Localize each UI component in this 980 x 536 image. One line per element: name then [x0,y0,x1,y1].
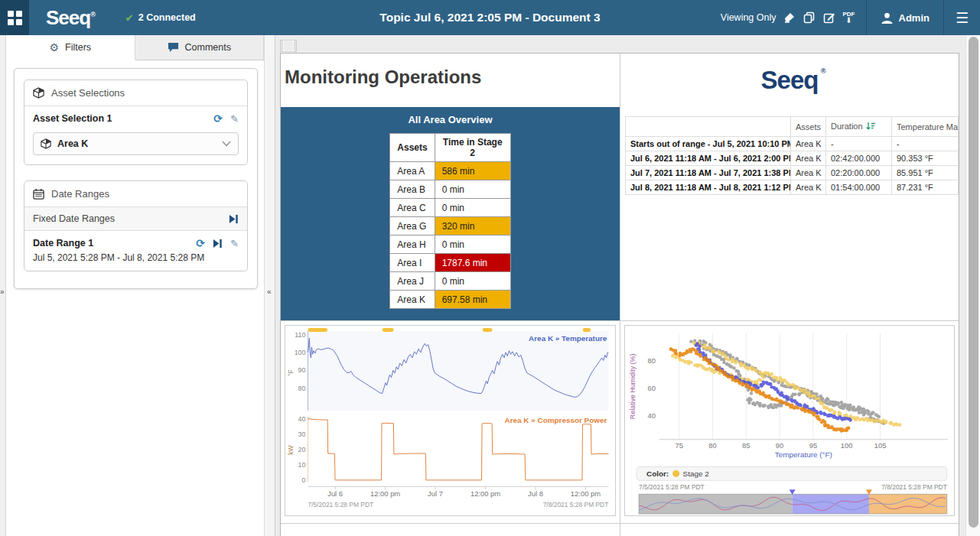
svg-text:Stage 2: Stage 2 [683,469,710,478]
svg-text:°F: °F [287,369,295,376]
scatter-chart[interactable]: 7580859095100105806040Temperature (°F)Re… [624,325,955,516]
svg-text:105: 105 [874,441,887,450]
svg-text:20: 20 [298,446,306,453]
pdf-export-icon[interactable]: PDF ⬇ [843,11,855,24]
svg-text:85: 85 [742,441,750,450]
svg-text:12:00 pm: 12:00 pm [571,489,601,498]
svg-text:Jul 6: Jul 6 [327,489,343,498]
condition-row: Jul 8, 2021 11:18 AM - Jul 8, 2021 1:12 … [626,180,959,195]
cube-icon [33,87,44,99]
overview-value: 697.58 min [435,291,510,309]
trend-chart[interactable]: 1101009080°FArea K » Temperature40302010… [285,325,616,516]
refresh-icon[interactable]: ⟳ [213,112,223,125]
sidebar: ⚙ Filters Comments Asset Selections Asse… [6,35,264,536]
tab-filters[interactable]: ⚙ Filters [6,35,135,60]
expand-right-icon[interactable]: » [0,287,5,296]
cell-next-row-right [620,524,959,536]
svg-text:10: 10 [298,461,306,469]
grid-icon [8,11,22,25]
overview-col-assets: Assets [390,134,435,162]
tab-comments[interactable]: Comments [135,35,265,60]
svg-text:95: 95 [809,441,817,450]
edit-icon[interactable] [823,11,836,24]
overview-row: Area A586 min [390,162,510,180]
overview-asset: Area G [390,217,435,236]
condition-label: Jul 6, 2021 11:18 AM - Jul 6, 2021 2:00 … [626,151,791,166]
seeq-logo[interactable]: Seeq® [46,6,95,30]
condition-tempmax: 90.353 °F [892,151,959,166]
user-menu[interactable]: Admin [867,11,943,24]
condition-duration: 02:42:00.000 [826,151,892,166]
svg-text:40: 40 [298,415,306,423]
date-ranges-title: Date Ranges [51,188,109,200]
svg-text:Area K » Temperature: Area K » Temperature [529,334,607,343]
condition-row: Starts out of range - Jul 5, 2021 10:10 … [626,137,959,151]
user-name: Admin [899,12,930,24]
cond-col-duration[interactable]: Duration [826,117,892,137]
comment-icon [168,42,179,53]
step-forward-icon[interactable] [213,239,223,249]
check-icon: ✔ [125,12,134,24]
svg-text:kW: kW [287,446,295,455]
overview-asset: Area C [390,199,435,217]
seeq-document-logo: Seeq® [761,66,819,95]
overview-asset: Area K [390,291,435,309]
date-range-row: Date Range 1 ⟳ ✎ [24,231,247,252]
overview-asset: Area H [390,236,435,254]
sidebar-collapse-strip[interactable]: « [264,35,275,536]
overview-value: 0 min [435,272,510,291]
svg-text:12:00 pm: 12:00 pm [470,489,500,498]
svg-text:Area K » Compressor Power: Area K » Compressor Power [505,416,607,424]
overview-asset: Area I [390,254,435,272]
fixed-date-ranges-label: Fixed Date Ranges [33,213,115,224]
svg-text:7/5/2021 5:28 PM PDT: 7/5/2021 5:28 PM PDT [639,483,705,491]
cell-overview: Monitoring Operations All Area Overview … [281,54,620,321]
asset-selections-title: Asset Selections [51,87,125,99]
copy-icon[interactable] [803,11,816,24]
step-forward-icon[interactable] [229,214,239,224]
left-panel-collapse-strip[interactable]: » [0,35,6,536]
overview-table: Assets Time in Stage 2 Area A586 minArea… [389,133,510,309]
svg-text:Color:: Color: [646,469,669,478]
asset-dropdown[interactable]: Area K [33,132,239,155]
overview-value: 0 min [435,180,510,199]
refresh-icon[interactable]: ⟳ [196,237,205,249]
svg-text:0: 0 [302,476,306,484]
svg-text:12:00 pm: 12:00 pm [370,489,400,498]
document-page: Monitoring Operations All Area Overview … [280,53,959,536]
app-grid-button[interactable] [0,0,29,35]
scrollbar-thumb[interactable] [969,37,978,528]
cell-condition-table: Seeq® Assets Duration Temperature Max St… [620,54,959,321]
overview-value: 0 min [435,199,510,217]
date-ranges-box: Date Ranges Fixed Date Ranges Date Range… [24,180,248,271]
top-bar: Seeq® ✔ 2 Connected Topic Jul 6, 2021 2:… [0,0,980,35]
date-range-value: Jul 5, 2021 5:28 PM - Jul 8, 2021 5:28 P… [24,252,247,271]
asset-selections-header: Asset Selections [24,80,247,106]
table-drag-handle[interactable] [280,40,297,52]
highlighter-icon[interactable] [783,11,796,24]
condition-asset: Area K [791,137,826,151]
overview-col-time: Time in Stage 2 [435,134,510,162]
cond-col-tempmax: Temperature Max [892,117,959,137]
svg-text:Jul 7: Jul 7 [428,489,443,498]
page-title: Monitoring Operations [281,54,620,107]
condition-tempmax: - [892,137,959,151]
cell-scatter-chart: 7580859095100105806040Temperature (°F)Re… [620,321,959,524]
condition-row: Jul 7, 2021 11:18 AM - Jul 7, 2021 1:38 … [626,166,959,180]
collapse-left-icon[interactable]: « [267,287,272,296]
all-area-overview-panel: All Area Overview Assets Time in Stage 2… [281,107,620,320]
edit-icon[interactable]: ✎ [230,113,239,125]
vertical-scrollbar[interactable] [965,35,980,536]
hamburger-menu-icon[interactable]: ☰ [944,9,980,27]
edit-icon[interactable]: ✎ [230,238,239,249]
user-icon [881,11,894,24]
overview-title: All Area Overview [281,107,620,125]
svg-text:Temperature (°F): Temperature (°F) [775,450,832,459]
connection-status[interactable]: ✔ 2 Connected [125,12,196,24]
tab-filters-label: Filters [65,42,91,53]
svg-text:90: 90 [776,441,783,450]
tab-comments-label: Comments [185,42,231,53]
svg-text:Relative Humidity (%): Relative Humidity (%) [629,354,637,420]
svg-text:100: 100 [841,441,853,450]
overview-value: 320 min [435,217,510,236]
